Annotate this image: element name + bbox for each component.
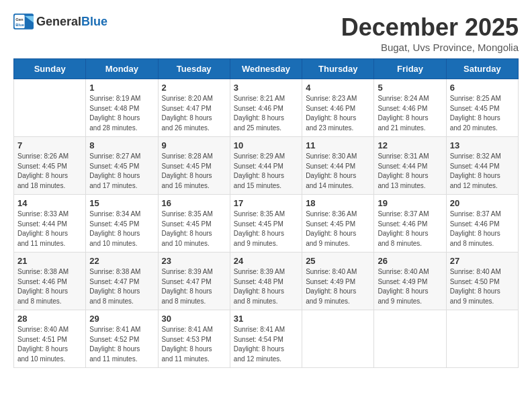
calendar-body: 1Sunrise: 8:19 AM Sunset: 4:48 PM Daylig… bbox=[14, 79, 519, 368]
day-info: Sunrise: 8:40 AM Sunset: 4:51 PM Dayligh… bbox=[17, 325, 82, 364]
day-info: Sunrise: 8:39 AM Sunset: 4:48 PM Dayligh… bbox=[234, 267, 298, 306]
calendar-cell: 13Sunrise: 8:32 AM Sunset: 4:44 PM Dayli… bbox=[446, 137, 518, 195]
title-section: December 2025 Bugat, Uvs Province, Mongo… bbox=[341, 13, 519, 53]
day-info: Sunrise: 8:25 AM Sunset: 4:45 PM Dayligh… bbox=[450, 94, 515, 133]
calendar-cell: 30Sunrise: 8:41 AM Sunset: 4:53 PM Dayli… bbox=[158, 310, 230, 368]
day-number: 13 bbox=[450, 140, 515, 150]
day-info: Sunrise: 8:32 AM Sunset: 4:44 PM Dayligh… bbox=[450, 152, 515, 191]
day-info: Sunrise: 8:41 AM Sunset: 4:52 PM Dayligh… bbox=[89, 325, 154, 364]
svg-text:Blue: Blue bbox=[15, 23, 24, 27]
day-number: 27 bbox=[450, 256, 515, 266]
calendar-cell: 21Sunrise: 8:38 AM Sunset: 4:46 PM Dayli… bbox=[14, 253, 86, 310]
day-number: 10 bbox=[234, 140, 298, 150]
day-info: Sunrise: 8:38 AM Sunset: 4:46 PM Dayligh… bbox=[17, 267, 82, 306]
day-number: 20 bbox=[450, 198, 515, 208]
calendar-cell: 28Sunrise: 8:40 AM Sunset: 4:51 PM Dayli… bbox=[14, 310, 86, 368]
calendar-week-1: 1Sunrise: 8:19 AM Sunset: 4:48 PM Daylig… bbox=[14, 79, 519, 137]
day-info: Sunrise: 8:31 AM Sunset: 4:44 PM Dayligh… bbox=[378, 152, 442, 191]
day-header-monday: Monday bbox=[86, 59, 158, 79]
logo-text: GeneralBlue bbox=[36, 15, 107, 29]
day-info: Sunrise: 8:33 AM Sunset: 4:44 PM Dayligh… bbox=[17, 210, 82, 248]
day-info: Sunrise: 8:35 AM Sunset: 4:45 PM Dayligh… bbox=[234, 210, 298, 248]
calendar-table: SundayMondayTuesdayWednesdayThursdayFrid… bbox=[13, 58, 519, 368]
day-number: 31 bbox=[234, 314, 298, 324]
day-info: Sunrise: 8:26 AM Sunset: 4:45 PM Dayligh… bbox=[17, 152, 82, 191]
calendar-cell: 10Sunrise: 8:29 AM Sunset: 4:44 PM Dayli… bbox=[230, 137, 302, 195]
svg-text:Gen: Gen bbox=[15, 17, 24, 21]
day-info: Sunrise: 8:23 AM Sunset: 4:46 PM Dayligh… bbox=[306, 94, 370, 133]
calendar-cell bbox=[302, 310, 374, 368]
calendar-cell: 26Sunrise: 8:40 AM Sunset: 4:49 PM Dayli… bbox=[374, 253, 446, 310]
calendar-week-4: 21Sunrise: 8:38 AM Sunset: 4:46 PM Dayli… bbox=[14, 253, 519, 310]
day-header-thursday: Thursday bbox=[302, 59, 374, 79]
day-number: 14 bbox=[17, 198, 82, 208]
day-number: 17 bbox=[234, 198, 298, 208]
calendar-week-5: 28Sunrise: 8:40 AM Sunset: 4:51 PM Dayli… bbox=[14, 310, 519, 368]
day-header-wednesday: Wednesday bbox=[230, 59, 302, 79]
calendar-cell: 25Sunrise: 8:40 AM Sunset: 4:49 PM Dayli… bbox=[302, 253, 374, 310]
day-number: 25 bbox=[306, 256, 370, 266]
header-row: SundayMondayTuesdayWednesdayThursdayFrid… bbox=[14, 59, 519, 79]
day-number: 15 bbox=[89, 198, 154, 208]
day-info: Sunrise: 8:36 AM Sunset: 4:45 PM Dayligh… bbox=[306, 210, 370, 248]
day-number: 4 bbox=[306, 83, 370, 93]
day-info: Sunrise: 8:29 AM Sunset: 4:44 PM Dayligh… bbox=[234, 152, 298, 191]
day-header-saturday: Saturday bbox=[446, 59, 518, 79]
calendar-cell: 7Sunrise: 8:26 AM Sunset: 4:45 PM Daylig… bbox=[14, 137, 86, 195]
calendar-cell: 12Sunrise: 8:31 AM Sunset: 4:44 PM Dayli… bbox=[374, 137, 446, 195]
day-info: Sunrise: 8:19 AM Sunset: 4:48 PM Dayligh… bbox=[89, 94, 154, 133]
day-number: 23 bbox=[162, 256, 226, 266]
day-info: Sunrise: 8:40 AM Sunset: 4:49 PM Dayligh… bbox=[306, 267, 370, 306]
day-info: Sunrise: 8:34 AM Sunset: 4:45 PM Dayligh… bbox=[89, 210, 154, 248]
day-info: Sunrise: 8:28 AM Sunset: 4:45 PM Dayligh… bbox=[162, 152, 226, 191]
calendar-cell bbox=[374, 310, 446, 368]
day-header-sunday: Sunday bbox=[14, 59, 86, 79]
calendar-cell: 8Sunrise: 8:27 AM Sunset: 4:45 PM Daylig… bbox=[86, 137, 158, 195]
day-info: Sunrise: 8:38 AM Sunset: 4:47 PM Dayligh… bbox=[89, 267, 154, 306]
day-info: Sunrise: 8:27 AM Sunset: 4:45 PM Dayligh… bbox=[89, 152, 154, 191]
calendar-cell: 31Sunrise: 8:41 AM Sunset: 4:54 PM Dayli… bbox=[230, 310, 302, 368]
day-number: 7 bbox=[17, 140, 82, 150]
day-info: Sunrise: 8:24 AM Sunset: 4:46 PM Dayligh… bbox=[378, 94, 442, 133]
day-number: 19 bbox=[378, 198, 442, 208]
calendar-cell: 11Sunrise: 8:30 AM Sunset: 4:44 PM Dayli… bbox=[302, 137, 374, 195]
day-info: Sunrise: 8:40 AM Sunset: 4:50 PM Dayligh… bbox=[450, 267, 515, 306]
calendar-cell bbox=[14, 79, 86, 137]
day-number: 26 bbox=[378, 256, 442, 266]
calendar-cell: 23Sunrise: 8:39 AM Sunset: 4:47 PM Dayli… bbox=[158, 253, 230, 310]
calendar-cell: 18Sunrise: 8:36 AM Sunset: 4:45 PM Dayli… bbox=[302, 195, 374, 253]
calendar-cell: 9Sunrise: 8:28 AM Sunset: 4:45 PM Daylig… bbox=[158, 137, 230, 195]
calendar-week-3: 14Sunrise: 8:33 AM Sunset: 4:44 PM Dayli… bbox=[14, 195, 519, 253]
day-number: 22 bbox=[89, 256, 154, 266]
calendar-cell: 1Sunrise: 8:19 AM Sunset: 4:48 PM Daylig… bbox=[86, 79, 158, 137]
day-number: 3 bbox=[234, 83, 298, 93]
day-info: Sunrise: 8:41 AM Sunset: 4:53 PM Dayligh… bbox=[162, 325, 226, 364]
day-number: 2 bbox=[162, 83, 226, 93]
day-number: 16 bbox=[162, 198, 226, 208]
calendar-cell: 20Sunrise: 8:37 AM Sunset: 4:46 PM Dayli… bbox=[446, 195, 518, 253]
calendar-week-2: 7Sunrise: 8:26 AM Sunset: 4:45 PM Daylig… bbox=[14, 137, 519, 195]
day-info: Sunrise: 8:35 AM Sunset: 4:45 PM Dayligh… bbox=[162, 210, 226, 248]
logo-icon: Gen Blue bbox=[13, 13, 34, 30]
day-info: Sunrise: 8:39 AM Sunset: 4:47 PM Dayligh… bbox=[162, 267, 226, 306]
logo-general: General bbox=[36, 15, 81, 28]
day-info: Sunrise: 8:20 AM Sunset: 4:47 PM Dayligh… bbox=[162, 94, 226, 133]
day-number: 11 bbox=[306, 140, 370, 150]
day-number: 24 bbox=[234, 256, 298, 266]
calendar-cell: 27Sunrise: 8:40 AM Sunset: 4:50 PM Dayli… bbox=[446, 253, 518, 310]
day-header-friday: Friday bbox=[374, 59, 446, 79]
subtitle: Bugat, Uvs Province, Mongolia bbox=[341, 42, 519, 53]
day-number: 30 bbox=[162, 314, 226, 324]
day-number: 8 bbox=[89, 140, 154, 150]
day-info: Sunrise: 8:30 AM Sunset: 4:44 PM Dayligh… bbox=[306, 152, 370, 191]
calendar-cell: 24Sunrise: 8:39 AM Sunset: 4:48 PM Dayli… bbox=[230, 253, 302, 310]
day-number: 12 bbox=[378, 140, 442, 150]
calendar-cell: 29Sunrise: 8:41 AM Sunset: 4:52 PM Dayli… bbox=[86, 310, 158, 368]
calendar-cell: 2Sunrise: 8:20 AM Sunset: 4:47 PM Daylig… bbox=[158, 79, 230, 137]
calendar-cell: 5Sunrise: 8:24 AM Sunset: 4:46 PM Daylig… bbox=[374, 79, 446, 137]
day-number: 18 bbox=[306, 198, 370, 208]
day-header-tuesday: Tuesday bbox=[158, 59, 230, 79]
calendar-cell bbox=[446, 310, 518, 368]
calendar-cell: 17Sunrise: 8:35 AM Sunset: 4:45 PM Dayli… bbox=[230, 195, 302, 253]
day-number: 29 bbox=[89, 314, 154, 324]
